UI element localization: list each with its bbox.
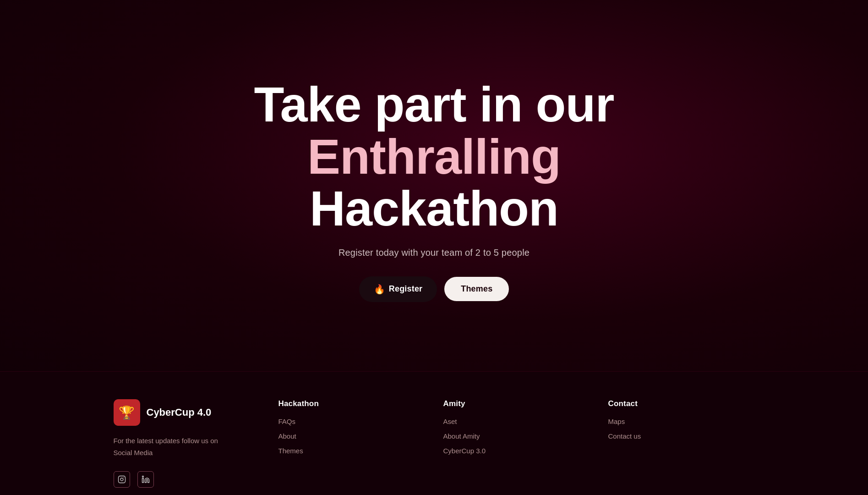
aset-link[interactable]: Aset bbox=[443, 418, 457, 425]
social-links bbox=[114, 471, 260, 488]
trophy-icon: 🏆 bbox=[119, 405, 135, 420]
footer-amity-col: Amity Aset About Amity CyberCup 3.0 bbox=[443, 399, 590, 488]
linkedin-link[interactable] bbox=[137, 471, 154, 488]
register-label: Register bbox=[389, 284, 422, 294]
themes-footer-link[interactable]: Themes bbox=[278, 447, 303, 455]
amity-col-links: Aset About Amity CyberCup 3.0 bbox=[443, 418, 590, 455]
svg-rect-0 bbox=[118, 476, 125, 483]
list-item: Contact us bbox=[608, 432, 755, 440]
brand-description: For the latest updates follow us on Soci… bbox=[114, 435, 233, 458]
amity-col-heading: Amity bbox=[443, 399, 590, 408]
faqs-link[interactable]: FAQs bbox=[278, 418, 296, 425]
cybercup3-link[interactable]: CyberCup 3.0 bbox=[443, 447, 486, 455]
contact-us-link[interactable]: Contact us bbox=[608, 432, 641, 440]
themes-button[interactable]: Themes bbox=[444, 277, 509, 301]
instagram-link[interactable] bbox=[114, 471, 130, 488]
instagram-icon bbox=[118, 475, 126, 484]
svg-point-2 bbox=[123, 477, 124, 478]
footer-brand-col: 🏆 CyberCup 4.0 For the latest updates fo… bbox=[114, 399, 260, 488]
brand-name: CyberCup 4.0 bbox=[147, 407, 212, 418]
about-link[interactable]: About bbox=[278, 432, 296, 440]
maps-link[interactable]: Maps bbox=[608, 418, 625, 425]
logo-box: 🏆 bbox=[114, 399, 140, 426]
list-item: FAQs bbox=[278, 418, 425, 426]
list-item: Maps bbox=[608, 418, 755, 426]
footer-hackathon-col: Hackathon FAQs About Themes bbox=[278, 399, 425, 488]
about-amity-link[interactable]: About Amity bbox=[443, 432, 480, 440]
hero-title-line1: Take part in our bbox=[254, 77, 614, 132]
contact-col-heading: Contact bbox=[608, 399, 755, 408]
register-button[interactable]: 🔥 Register bbox=[359, 276, 437, 302]
hero-title: Take part in our Enthralling Hackathon bbox=[254, 78, 614, 234]
themes-label: Themes bbox=[461, 284, 492, 293]
svg-point-4 bbox=[142, 476, 143, 478]
footer: 🏆 CyberCup 4.0 For the latest updates fo… bbox=[0, 371, 868, 495]
hero-cta-group: 🔥 Register Themes bbox=[359, 276, 509, 302]
hackathon-col-links: FAQs About Themes bbox=[278, 418, 425, 455]
list-item: About Amity bbox=[443, 432, 590, 440]
hero-subtitle: Register today with your team of 2 to 5 … bbox=[338, 248, 530, 258]
svg-point-1 bbox=[120, 478, 123, 481]
footer-contact-col: Contact Maps Contact us bbox=[608, 399, 755, 488]
linkedin-icon bbox=[142, 475, 150, 484]
footer-inner: 🏆 CyberCup 4.0 For the latest updates fo… bbox=[114, 399, 755, 488]
footer-logo-row: 🏆 CyberCup 4.0 bbox=[114, 399, 260, 426]
list-item: About bbox=[278, 432, 425, 440]
hero-title-line3: Hackathon bbox=[310, 181, 558, 236]
hero-title-line2: Enthralling bbox=[307, 129, 561, 184]
list-item: CyberCup 3.0 bbox=[443, 447, 590, 455]
svg-rect-3 bbox=[142, 478, 143, 483]
list-item: Themes bbox=[278, 447, 425, 455]
contact-col-links: Maps Contact us bbox=[608, 418, 755, 440]
fire-icon: 🔥 bbox=[374, 284, 385, 295]
hero-section: Take part in our Enthralling Hackathon R… bbox=[0, 0, 868, 371]
hackathon-col-heading: Hackathon bbox=[278, 399, 425, 408]
list-item: Aset bbox=[443, 418, 590, 426]
